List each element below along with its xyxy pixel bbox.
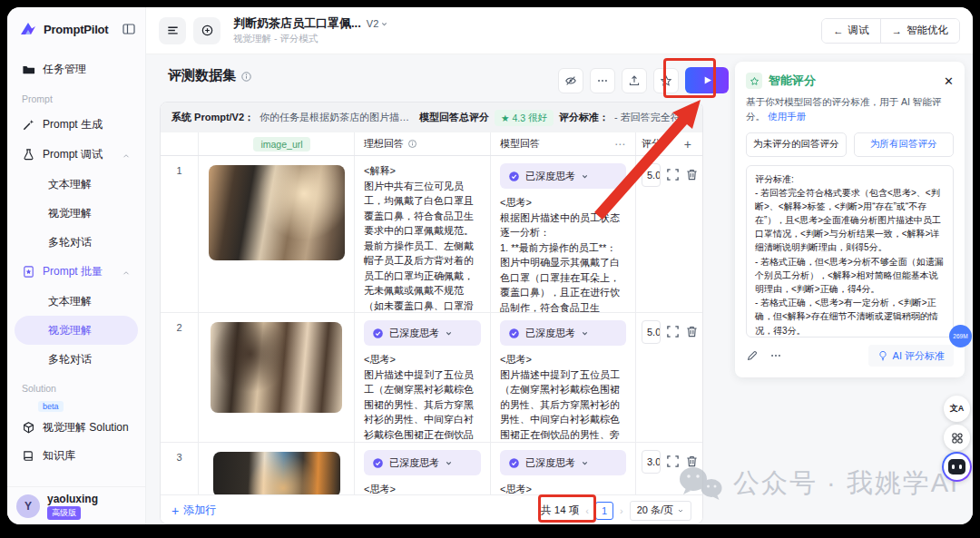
overall-score-badge: ★ 4.3 很好 <box>495 110 554 126</box>
menu-button[interactable] <box>159 17 186 44</box>
page-subtitle: 视觉理解 - 评分模式 <box>233 33 388 45</box>
prev-page-button[interactable]: ‹ <box>585 505 589 516</box>
manual-link[interactable]: 使用手册 <box>768 111 806 122</box>
delete-row-icon[interactable] <box>685 455 699 468</box>
ideal-answer-cell[interactable]: <解释> 图片中共有三位可见员工，均佩戴了白色口罩且覆盖口鼻，符合食品卫生要求中… <box>355 156 491 312</box>
info-icon <box>407 139 417 149</box>
sidebar: PromptPilot 任务管理 Prompt Prompt 生成 Prompt <box>7 7 146 524</box>
model-answer-cell[interactable]: 已深度思考 <思考> 根据图片描述中的员工状态逐一分析： 1. **最前方操作的… <box>491 156 636 312</box>
panel-description: 基于你对模型回答的评分标准，用于 AI 智能评分。 使用手册 <box>746 95 954 124</box>
next-page-button[interactable]: › <box>620 505 623 516</box>
close-icon[interactable]: ✕ <box>944 75 954 87</box>
upload-button[interactable] <box>622 68 647 93</box>
check-circle-icon <box>372 328 384 339</box>
hide-column-button[interactable] <box>558 68 583 93</box>
sidebar-item-prompt-batch[interactable]: Prompt 批量 <box>15 257 138 287</box>
model-answer-header[interactable]: 模型回答 ⋯ <box>491 132 636 155</box>
sidebar-item-debug-text[interactable]: 文本理解 <box>15 170 138 199</box>
sidebar-item-task-management[interactable]: 任务管理 <box>15 54 138 84</box>
deep-think-badge[interactable]: 已深度思考 <box>500 163 626 189</box>
dataset-image[interactable] <box>209 165 345 260</box>
sidebar-item-debug-vision[interactable]: 视觉理解 <box>15 199 138 228</box>
score-all-button[interactable]: 为所有回答评分 <box>854 132 955 157</box>
delete-row-icon[interactable] <box>685 325 699 338</box>
deep-think-badge[interactable]: 已深度思考 <box>500 320 626 346</box>
circle-plus-icon <box>201 24 214 37</box>
score-value: 4.3 <box>513 112 526 123</box>
deep-think-badge[interactable]: 已深度思考 <box>500 450 626 475</box>
add-row-button[interactable]: + 添加行 <box>172 503 216 518</box>
grid-icon <box>951 432 964 445</box>
sidebar-item-batch-vision-active[interactable]: 视觉理解 <box>15 316 138 345</box>
delete-row-icon[interactable] <box>685 168 699 181</box>
user-account[interactable]: Y yaoluxing 高级版 <box>7 486 145 524</box>
page-size-select[interactable]: 20 条/页 <box>630 501 691 521</box>
dataset-image[interactable] <box>213 452 340 494</box>
page-title: 判断奶茶店员工口罩佩... <box>233 15 361 32</box>
sidebar-item-prompt-debug[interactable]: Prompt 调试 <box>15 140 138 170</box>
score-input[interactable]: 5.0 <box>642 320 661 344</box>
sidebar-item-prompt-generate[interactable]: Prompt 生成 <box>15 110 138 140</box>
row-number: 1 <box>161 156 199 312</box>
more-options-icon[interactable] <box>769 349 782 362</box>
sidebar-collapse-icon[interactable] <box>122 22 136 36</box>
expand-row-icon[interactable] <box>666 455 680 468</box>
model-answer-text: <思考> 图片描述中提到了五位员工（左侧穿黑衬衫戴棕色围裙的男性、其后方穿黑衬衫… <box>500 352 626 442</box>
more-actions-button[interactable] <box>590 68 615 93</box>
check-circle-icon <box>508 457 520 469</box>
image-cell[interactable] <box>199 443 355 494</box>
sidebar-item-label: 视觉理解 Solution <box>43 420 129 435</box>
score-input[interactable]: 5.0 <box>642 163 661 187</box>
folder-icon <box>22 63 35 76</box>
image-url-tag: image_url <box>253 137 309 152</box>
debug-button[interactable]: ← 调试 <box>822 19 880 43</box>
score-unscored-button[interactable]: 为未评分的回答评分 <box>746 132 847 157</box>
plan-badge: 高级版 <box>47 506 81 520</box>
model-answer-cell[interactable]: 已深度思考 <思考> 图片描述中提到了五位员工（左侧穿黑衬衫戴棕色围裙的男性、其… <box>491 313 636 442</box>
ideal-answer-header[interactable]: 理想回答 <box>355 132 491 155</box>
model-answer-cell[interactable]: 已深度思考 <思考> <box>491 443 636 494</box>
favorite-button[interactable] <box>653 68 679 93</box>
column-menu-icon[interactable]: ⋯ <box>614 138 626 151</box>
run-evaluation-button[interactable] <box>685 67 729 93</box>
sidebar-item-debug-multi[interactable]: 多轮对话 <box>15 228 138 257</box>
sidebar-section-prompt: Prompt <box>15 84 138 110</box>
panel-header: 智能评分 ✕ <box>746 73 954 89</box>
apps-grid-button[interactable] <box>944 425 970 451</box>
deep-think-badge[interactable]: 已深度思考 <box>364 320 481 346</box>
image-cell[interactable] <box>199 156 355 312</box>
translate-button[interactable]: 文A <box>944 396 970 422</box>
sidebar-item-batch-multi[interactable]: 多轮对话 <box>15 345 138 374</box>
ai-criteria-button[interactable]: AI 评分标准 <box>868 345 954 367</box>
edit-pencil-icon[interactable] <box>746 349 759 362</box>
assistant-robot-button[interactable] <box>942 452 972 482</box>
criteria-preview: - 若回答完全符合格... <box>614 111 691 124</box>
beta-badge: beta <box>38 401 64 412</box>
dataset-image[interactable] <box>211 322 342 413</box>
version-selector[interactable]: V2 <box>367 18 388 29</box>
ideal-answer-cell[interactable]: 已深度思考 <思考> 图片描述中提到了五位员工（左侧穿黑衬衫戴棕色围裙的男性、其… <box>355 313 491 442</box>
ideal-answer-cell[interactable]: 已深度思考 <思考> <box>355 443 491 494</box>
sidebar-item-label: Prompt 批量 <box>43 264 103 279</box>
sidebar-section-solution: Solution <box>15 374 138 399</box>
sidebar-item-vision-solution[interactable]: beta 视觉理解 Solution <box>15 399 138 441</box>
image-cell[interactable] <box>199 313 355 442</box>
current-page-button[interactable]: 1 <box>595 502 613 520</box>
sidebar-item-knowledge-base[interactable]: 知识库 <box>15 441 138 471</box>
expand-row-icon[interactable] <box>666 325 680 338</box>
score-input[interactable]: 3.0 <box>642 450 661 474</box>
ai-criteria-label: AI 评分标准 <box>893 349 945 363</box>
system-prompt-banner: 系统 Prompt/V2： 你的任务是根据奶茶店的图片描述，判断奶茶... 模型… <box>161 103 702 132</box>
sidebar-item-batch-text[interactable]: 文本理解 <box>15 287 138 316</box>
image-url-header[interactable]: image_url <box>199 132 355 155</box>
add-column-button[interactable]: + <box>684 137 699 152</box>
ideal-answer-text: <解释> 图片中共有三位可见员工，均佩戴了白色口罩且覆盖口鼻，符合食品卫生要求中… <box>364 163 481 312</box>
deep-think-badge[interactable]: 已深度思考 <box>364 450 481 475</box>
flask-icon <box>22 148 35 161</box>
expand-row-icon[interactable] <box>666 168 680 181</box>
target-button[interactable] <box>193 17 220 44</box>
smart-optimize-button[interactable]: → 智能优化 <box>880 19 960 43</box>
sidebar-nav: 任务管理 Prompt Prompt 生成 Prompt 调试 文本理解 视觉理… <box>7 51 145 486</box>
row-number-header <box>161 132 199 155</box>
scoring-criteria-text[interactable]: 评分标准: - 若回答完全符合格式要求（包含<思考>、<判断>、<解释>标签，<… <box>746 165 954 338</box>
